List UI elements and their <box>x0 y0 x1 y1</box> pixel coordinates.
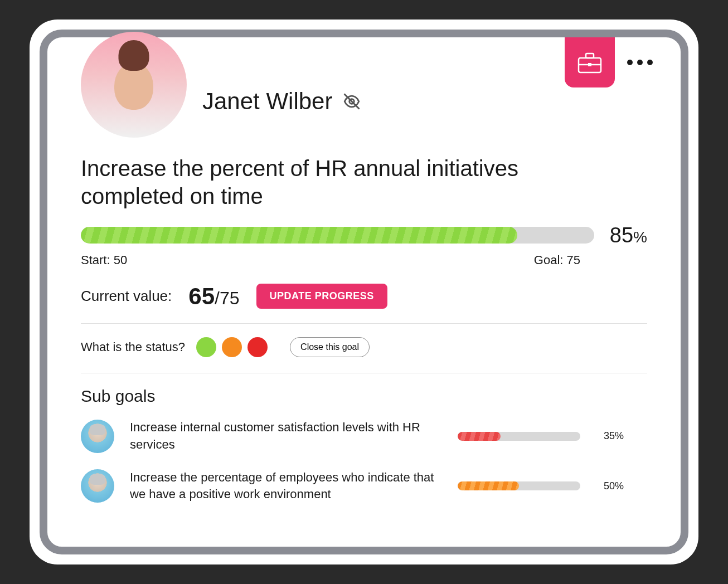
subgoal-progress-bar <box>458 432 580 441</box>
status-option-orange[interactable] <box>222 337 242 357</box>
subgoal-progress-fill <box>458 432 501 441</box>
current-value: 65/75 <box>188 283 239 310</box>
percent-sign: % <box>633 228 647 246</box>
subgoal-owner-avatar <box>81 420 114 453</box>
goal-label: Goal: 75 <box>534 253 580 267</box>
more-menu-icon[interactable] <box>627 60 653 65</box>
status-options <box>196 337 268 357</box>
visibility-off-icon[interactable] <box>342 92 361 111</box>
subgoal-progress-fill <box>458 481 519 490</box>
subgoal-progress-bar <box>458 481 580 490</box>
briefcase-tab[interactable] <box>565 37 615 87</box>
subgoal-title: Increase internal customer satisfaction … <box>130 419 442 454</box>
main-progress-bar <box>81 227 594 244</box>
briefcase-icon <box>577 51 602 74</box>
main-progress-percent: 85% <box>610 223 647 247</box>
current-value-number: 65 <box>188 283 215 309</box>
current-value-denominator: /75 <box>215 288 239 308</box>
status-option-red[interactable] <box>247 337 268 357</box>
subgoal-title: Increase the percentage of employees who… <box>130 469 442 504</box>
subgoal-item[interactable]: Increase the percentage of employees who… <box>81 469 647 504</box>
user-name: Janet Wilber <box>202 88 332 115</box>
top-right-controls <box>565 37 653 87</box>
status-label: What is the status? <box>81 340 185 354</box>
user-avatar <box>81 32 187 138</box>
main-progress-row: 85% <box>81 223 647 247</box>
status-option-green[interactable] <box>196 337 216 357</box>
progress-range-labels: Start: 50 Goal: 75 <box>81 253 647 267</box>
close-goal-button[interactable]: Close this goal <box>290 337 370 357</box>
percent-value: 85 <box>610 223 633 247</box>
start-label: Start: 50 <box>81 253 127 267</box>
subgoal-percent: 35% <box>596 430 624 442</box>
main-progress-fill <box>81 227 517 244</box>
current-value-label: Current value: <box>81 288 172 305</box>
subgoals-heading: Sub goals <box>81 387 647 406</box>
goal-header: Janet Wilber <box>81 65 647 138</box>
subgoal-item[interactable]: Increase internal customer satisfaction … <box>81 419 647 454</box>
device-frame: Janet Wilber Increase the percent of HR … <box>30 20 698 564</box>
subgoal-owner-avatar <box>81 469 114 503</box>
status-row: What is the status? Close this goal <box>81 337 647 373</box>
svg-rect-3 <box>588 63 591 66</box>
app-window: Janet Wilber Increase the percent of HR … <box>40 30 688 554</box>
goal-title: Increase the percent of HR annual initia… <box>81 154 555 210</box>
update-progress-button[interactable]: UPDATE PROGRESS <box>256 284 387 309</box>
subgoal-percent: 50% <box>596 480 624 492</box>
svg-rect-1 <box>586 53 594 58</box>
current-value-row: Current value: 65/75 UPDATE PROGRESS <box>81 283 647 324</box>
name-row: Janet Wilber <box>202 88 361 115</box>
